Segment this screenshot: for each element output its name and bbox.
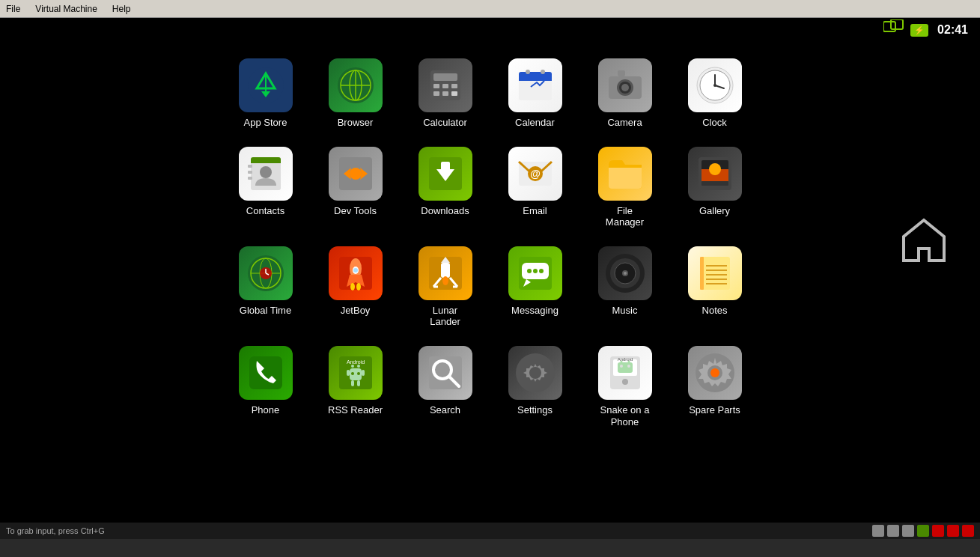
tray-icon-6 (947, 525, 959, 537)
app-grid: App Store Browser (0, 42, 980, 539)
rss-reader-item[interactable]: Android RSS Reader (311, 340, 401, 422)
email-icon: @ (508, 147, 562, 201)
app-row-3: Phone (0, 340, 980, 433)
spare-parts-item[interactable]: Spare Parts (670, 340, 760, 422)
global-time-item[interactable]: Global Time (221, 240, 311, 323)
svg-marker-53 (904, 220, 944, 261)
taskbar-hint: To grab input, press Ctrl+G (6, 526, 105, 535)
app-store-item[interactable]: App Store (221, 52, 311, 135)
svg-point-110 (529, 367, 541, 379)
android-screen: ⚡ 02:41 App Store (0, 18, 980, 539)
svg-rect-94 (249, 356, 282, 389)
svg-rect-27 (618, 70, 625, 76)
notes-item[interactable]: Notes (670, 240, 760, 323)
calendar-icon (508, 58, 562, 112)
svg-rect-52 (701, 181, 728, 186)
app-store-icon (239, 58, 293, 112)
calculator-item[interactable]: Calculator (401, 52, 490, 135)
downloads-icon (419, 147, 472, 201)
svg-point-65 (353, 268, 358, 273)
app-store-label: App Store (244, 117, 287, 129)
calculator-icon (419, 58, 472, 112)
status-bar: ⚡ 02:41 (0, 18, 980, 42)
svg-rect-69 (441, 263, 450, 278)
snake-label: Snake on a Phone (600, 404, 650, 427)
tray-icon-3 (902, 525, 914, 537)
contacts-item[interactable]: Contacts (221, 141, 311, 223)
gallery-item[interactable]: Gallery (670, 141, 760, 223)
svg-point-117 (627, 365, 630, 368)
email-item[interactable]: @ Email (490, 141, 580, 223)
taskbar: To grab input, press Ctrl+G (0, 523, 980, 539)
contacts-label: Contacts (246, 205, 284, 217)
camera-label: Camera (607, 117, 642, 129)
svg-point-67 (356, 283, 361, 290)
global-time-label: Global Time (240, 305, 291, 317)
svg-point-119 (622, 379, 628, 385)
calendar-item[interactable]: Calendar (490, 52, 580, 135)
svg-rect-99 (347, 370, 350, 376)
app-row-0: App Store Browser (0, 52, 980, 135)
menu-virtualmachine[interactable]: Virtual Machine (32, 2, 100, 16)
svg-rect-87 (700, 257, 730, 290)
browser-icon (329, 58, 383, 112)
menu-help[interactable]: Help (109, 2, 134, 16)
svg-rect-38 (248, 171, 252, 174)
snake-icon: Android (598, 346, 652, 400)
svg-point-122 (710, 368, 719, 377)
lunar-lander-item[interactable]: Lunar Lander (401, 240, 490, 334)
camera-item[interactable]: Camera (580, 52, 670, 135)
tray-icon-4 (917, 525, 929, 537)
svg-point-32 (713, 84, 716, 87)
app-row-2: Global Time J (0, 240, 980, 334)
clock-item[interactable]: Clock (670, 52, 760, 135)
browser-item[interactable]: Browser (311, 52, 401, 135)
svg-text:Android: Android (617, 357, 633, 362)
battery-icon: ⚡ (910, 24, 928, 37)
svg-point-97 (351, 365, 354, 368)
tray-icon-5 (932, 525, 944, 537)
jetboy-item[interactable]: JetBoy (311, 240, 401, 323)
dev-tools-item[interactable]: Dev Tools (311, 141, 401, 223)
lunar-lander-icon (419, 246, 472, 300)
search-item[interactable]: Search (401, 340, 490, 422)
svg-rect-11 (433, 73, 457, 81)
spare-parts-icon (688, 346, 742, 400)
svg-rect-37 (248, 165, 252, 168)
downloads-item[interactable]: Downloads (401, 141, 490, 223)
email-label: Email (523, 205, 547, 217)
home-button[interactable] (898, 214, 950, 267)
snake-item[interactable]: Android Snake on a Phone (580, 340, 670, 433)
app-row-1: Contacts Dev Tools (0, 141, 980, 234)
spare-parts-label: Spare Parts (689, 404, 740, 416)
settings-item[interactable]: Settings (490, 340, 580, 422)
phone-item[interactable]: Phone (221, 340, 311, 422)
svg-point-26 (621, 84, 629, 91)
svg-rect-16 (442, 91, 448, 96)
svg-point-116 (620, 365, 623, 368)
svg-rect-113 (618, 362, 633, 373)
svg-rect-39 (248, 177, 252, 180)
menu-file[interactable]: File (3, 2, 23, 16)
svg-rect-101 (351, 380, 354, 386)
music-label: Music (612, 305, 638, 317)
svg-point-51 (709, 163, 721, 175)
file-manager-icon (598, 147, 652, 201)
messaging-item[interactable]: Messaging (490, 240, 580, 323)
settings-label: Settings (517, 404, 553, 416)
svg-rect-100 (362, 370, 365, 376)
file-manager-item[interactable]: File Manager (580, 141, 670, 234)
svg-rect-88 (700, 257, 704, 290)
music-item[interactable]: Music (580, 240, 670, 323)
lunar-lander-label: Lunar Lander (430, 305, 460, 328)
music-icon (598, 246, 652, 300)
svg-point-80 (539, 269, 544, 273)
android-device-icon (883, 19, 904, 40)
calendar-label: Calendar (515, 117, 555, 129)
svg-point-22 (541, 70, 545, 74)
global-time-icon (239, 246, 293, 300)
svg-rect-13 (442, 84, 448, 88)
svg-rect-15 (433, 91, 439, 96)
calculator-label: Calculator (423, 117, 467, 129)
browser-label: Browser (338, 117, 374, 129)
